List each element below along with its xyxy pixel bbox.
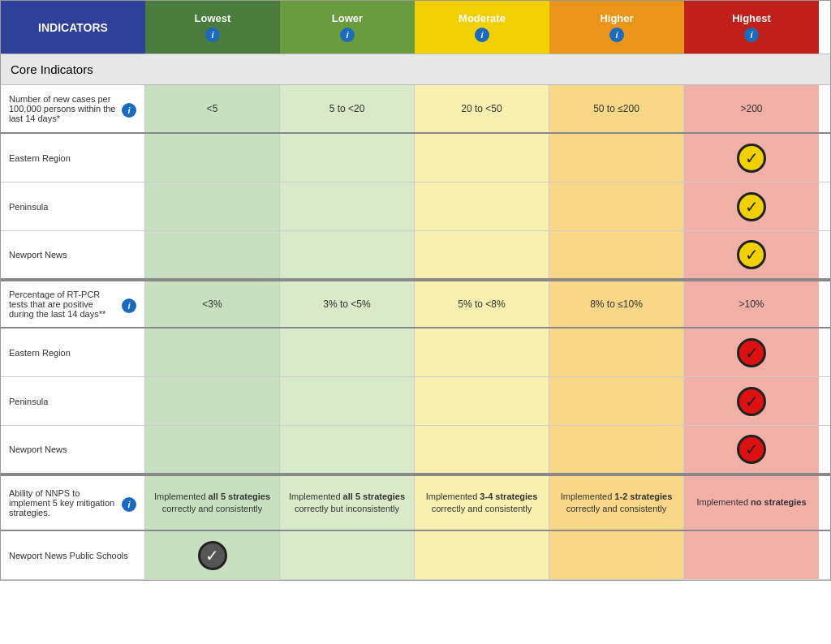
nnps-label: Newport News Public Schools [9, 551, 136, 560]
nnps-lower [280, 531, 415, 579]
newport-text-2: Newport News [9, 444, 136, 454]
nn-pcr-moderate [415, 426, 549, 473]
header-lower: Lower i [280, 1, 415, 54]
nnps-lowest: ✓ [145, 531, 280, 579]
mitigation-label: Ability of NNPS to implement 5 key mitig… [9, 488, 118, 517]
mit-lower-text: Implemented all 5 strategies correctly b… [285, 487, 409, 519]
er-cases-check: ✓ [737, 144, 766, 173]
pen-cases-highest: ✓ [684, 182, 819, 230]
peninsula-pcr-row: Peninsula ✓ [1, 377, 830, 426]
cases-lowest-cell: <5 [145, 85, 280, 132]
er-pcr-lowest [145, 328, 280, 376]
peninsula-cases-row: Peninsula ✓ [1, 182, 830, 231]
cases-lower-cell: 5 to <20 [280, 85, 415, 132]
cases-higher-value: 50 to ≤200 [593, 103, 639, 114]
indicators-label: INDICATORS [38, 21, 108, 34]
nn-cases-higher [549, 231, 684, 278]
nn-pcr-highest: ✓ [684, 426, 819, 473]
er-cases-lower [280, 134, 415, 182]
er-cases-moderate [415, 134, 549, 182]
pcr-higher-value: 8% to ≤10% [590, 298, 643, 310]
cases-highest-cell: >200 [684, 85, 819, 132]
newport-label-2: Newport News [1, 426, 145, 473]
cases-label: Number of new cases per 100,000 persons … [9, 94, 118, 123]
pcr-highest-cell: >10% [684, 281, 819, 327]
mit-lowest-text: Implemented all 5 strategies correctly a… [150, 487, 274, 519]
nn-pcr-check: ✓ [737, 435, 766, 464]
er-pcr-highest: ✓ [684, 328, 819, 376]
newport-label-1: Newport News [1, 231, 145, 278]
pen-cases-lowest [145, 182, 280, 230]
mit-lowest-cell: Implemented all 5 strategies correctly a… [145, 476, 280, 530]
pen-pcr-moderate [415, 377, 549, 425]
eastern-region-pcr-row: Eastern Region ✓ [1, 328, 830, 377]
pcr-lowest-cell: <3% [145, 281, 280, 327]
lower-label: Lower [332, 12, 363, 24]
higher-info-icon[interactable]: i [609, 28, 624, 42]
pcr-lower-value: 3% to <5% [323, 298, 370, 310]
header-indicators: INDICATORS [1, 1, 145, 54]
eastern-region-text-2: Eastern Region [9, 348, 136, 358]
er-cases-lowest [145, 134, 280, 182]
nn-pcr-lower [280, 426, 415, 473]
pen-pcr-check: ✓ [737, 387, 766, 416]
mit-highest-text: Implemented no strategies [693, 493, 809, 512]
pcr-threshold-row: Percentage of RT-PCR tests that are posi… [1, 280, 830, 328]
moderate-info-icon[interactable]: i [475, 28, 489, 42]
peninsula-label-2: Peninsula [1, 377, 145, 425]
mit-moderate-cell: Implemented 3-4 strategies correctly and… [415, 476, 549, 530]
mit-moderate-text: Implemented 3-4 strategies correctly and… [420, 487, 544, 519]
nnps-moderate [415, 531, 549, 579]
cases-moderate-value: 20 to <50 [461, 103, 502, 114]
cases-info-icon[interactable]: i [122, 103, 136, 118]
pcr-highest-value: >10% [738, 298, 764, 310]
nn-cases-highest: ✓ [684, 231, 819, 278]
main-table: INDICATORS Lowest i Lower i Moderate i H… [0, 0, 831, 581]
er-cases-highest: ✓ [684, 134, 819, 182]
er-pcr-check: ✓ [737, 338, 766, 367]
header-lowest: Lowest i [145, 1, 280, 54]
newport-text-1: Newport News [9, 250, 136, 260]
pcr-moderate-cell: 5% to <8% [415, 281, 549, 327]
highest-label: Highest [732, 12, 771, 24]
pcr-lowest-value: <3% [202, 298, 222, 310]
nn-cases-lowest [145, 231, 280, 278]
header-higher: Higher i [549, 1, 684, 54]
pen-pcr-higher [549, 377, 684, 425]
header-row: INDICATORS Lowest i Lower i Moderate i H… [1, 1, 830, 54]
mitigation-label-cell: Ability of NNPS to implement 5 key mitig… [1, 476, 145, 530]
pen-cases-moderate [415, 182, 549, 230]
mitigation-threshold-row: Ability of NNPS to implement 5 key mitig… [1, 474, 830, 531]
higher-label: Higher [600, 12, 633, 24]
pen-cases-higher [549, 182, 684, 230]
mit-higher-text: Implemented 1-2 strategies correctly and… [554, 487, 678, 519]
pen-cases-lower [280, 182, 415, 230]
pen-pcr-lowest [145, 377, 280, 425]
lowest-info-icon[interactable]: i [205, 28, 220, 42]
lower-info-icon[interactable]: i [340, 28, 355, 42]
newport-cases-row: Newport News ✓ [1, 231, 830, 280]
core-label: Core Indicators [11, 62, 93, 76]
peninsula-label-1: Peninsula [1, 182, 145, 230]
mitigation-info-icon[interactable]: i [122, 497, 136, 512]
newport-pcr-row: Newport News ✓ [1, 426, 830, 474]
mit-lower-cell: Implemented all 5 strategies correctly b… [280, 476, 415, 530]
highest-info-icon[interactable]: i [744, 28, 759, 42]
moderate-label: Moderate [459, 12, 506, 24]
pcr-label-cell: Percentage of RT-PCR tests that are posi… [1, 281, 145, 327]
nnps-higher [549, 531, 684, 579]
eastern-region-text-1: Eastern Region [9, 153, 136, 163]
nn-cases-check: ✓ [737, 240, 766, 269]
cases-lowest-value: <5 [207, 103, 218, 114]
cases-higher-cell: 50 to ≤200 [549, 85, 684, 132]
peninsula-text-1: Peninsula [9, 202, 136, 212]
lowest-label: Lowest [195, 12, 231, 24]
peninsula-text-2: Peninsula [9, 397, 136, 406]
cases-lower-value: 5 to <20 [329, 103, 365, 114]
nnps-label-cell: Newport News Public Schools [1, 531, 145, 579]
mit-highest-cell: Implemented no strategies [684, 476, 819, 530]
nn-pcr-lowest [145, 426, 280, 473]
pcr-info-icon[interactable]: i [122, 298, 136, 313]
pen-pcr-lower [280, 377, 415, 425]
core-indicators-header: Core Indicators [1, 54, 830, 85]
